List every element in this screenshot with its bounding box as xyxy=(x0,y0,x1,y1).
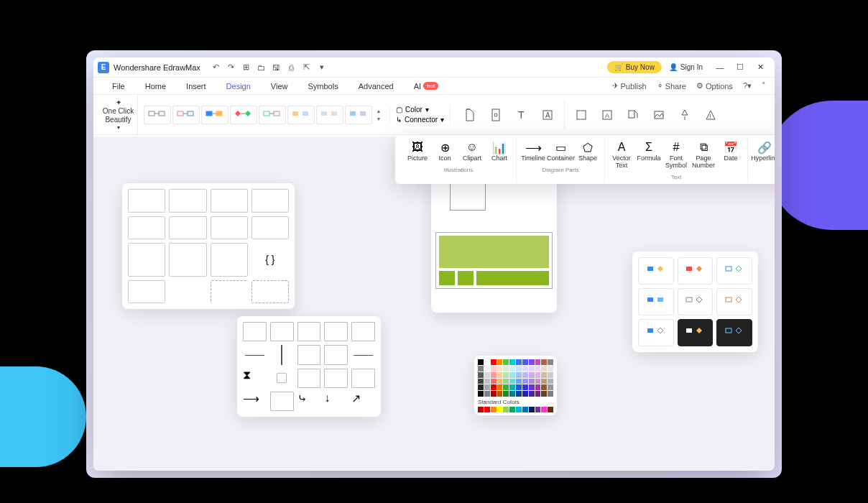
color-swatch[interactable] xyxy=(529,379,535,384)
publish-button[interactable]: ✈ Publish xyxy=(612,81,647,91)
color-swatch[interactable] xyxy=(529,372,535,378)
shape[interactable] xyxy=(351,322,375,341)
color-swatch[interactable] xyxy=(522,407,528,412)
color-swatch[interactable] xyxy=(503,391,509,397)
container-shape[interactable] xyxy=(169,243,206,277)
color-swatch[interactable] xyxy=(497,407,503,412)
color-swatch[interactable] xyxy=(484,366,490,372)
container-shape[interactable] xyxy=(211,243,248,277)
color-swatch[interactable] xyxy=(497,372,503,378)
shape[interactable]: ↗ xyxy=(351,392,375,411)
color-swatch[interactable] xyxy=(491,391,497,397)
color-swatch[interactable] xyxy=(484,359,490,365)
insert-chart[interactable]: 📊Chart xyxy=(486,138,513,165)
container-shape[interactable] xyxy=(251,189,289,213)
color-swatch[interactable] xyxy=(491,407,497,412)
color-swatch[interactable] xyxy=(522,366,528,372)
shape[interactable] xyxy=(281,345,283,364)
color-swatch[interactable] xyxy=(478,391,484,397)
color-swatch[interactable] xyxy=(522,379,528,384)
color-swatch[interactable] xyxy=(516,359,522,365)
color-swatch[interactable] xyxy=(548,372,553,378)
container-shape[interactable] xyxy=(128,280,165,304)
shape[interactable] xyxy=(270,322,294,341)
insert-page-number[interactable]: ⧉Page Number xyxy=(690,138,717,172)
collapse-ribbon-icon[interactable]: ˄ xyxy=(762,81,766,91)
color-swatch[interactable] xyxy=(497,379,503,384)
color-swatch[interactable] xyxy=(541,384,547,390)
color-swatch[interactable] xyxy=(509,359,515,365)
shape[interactable] xyxy=(270,392,294,411)
container-shape[interactable] xyxy=(128,189,165,213)
insert-formula[interactable]: ΣFormula xyxy=(635,138,662,172)
color-swatch[interactable] xyxy=(516,391,522,397)
shape[interactable]: ⤷ xyxy=(297,392,321,411)
share-button[interactable]: ⚬ Share xyxy=(657,81,686,91)
color-swatch[interactable] xyxy=(509,391,515,397)
shape[interactable] xyxy=(324,345,348,364)
shape[interactable] xyxy=(324,369,348,388)
color-swatch[interactable] xyxy=(503,384,509,390)
shape-outline-icon[interactable]: A xyxy=(595,101,619,129)
container-shape[interactable] xyxy=(211,216,248,240)
color-swatch[interactable] xyxy=(503,366,509,372)
text-icon[interactable]: T xyxy=(509,101,534,129)
maximize-button[interactable]: ☐ xyxy=(730,57,750,78)
close-button[interactable]: ✕ xyxy=(750,57,770,78)
color-swatch[interactable] xyxy=(509,384,515,390)
theme-thumb[interactable] xyxy=(638,288,674,315)
open-icon[interactable]: 🗀 xyxy=(254,60,269,75)
shape[interactable]: ⟶ xyxy=(243,392,267,411)
container-shape[interactable] xyxy=(169,216,206,240)
insert-vector-text[interactable]: AVector Text xyxy=(608,138,635,172)
color-swatch[interactable] xyxy=(478,372,484,378)
save-icon[interactable]: 🖫 xyxy=(269,60,284,75)
help-icon[interactable]: ?▾ xyxy=(743,81,752,91)
color-swatch[interactable] xyxy=(516,372,522,378)
color-swatch[interactable] xyxy=(535,407,541,412)
gallery-more-icon[interactable]: ▴▾ xyxy=(374,106,384,124)
color-swatch[interactable] xyxy=(484,391,490,397)
color-swatch[interactable] xyxy=(522,359,528,365)
theme-thumb[interactable] xyxy=(638,257,674,285)
color-swatch[interactable] xyxy=(548,366,553,372)
theme-thumb[interactable] xyxy=(716,319,752,346)
insert-timeline[interactable]: ⟶Timeline xyxy=(520,138,547,165)
tab-view[interactable]: View xyxy=(261,78,298,95)
tab-ai[interactable]: AIhot xyxy=(404,78,449,95)
shape[interactable] xyxy=(243,345,267,364)
color-swatch[interactable] xyxy=(522,384,528,390)
color-swatch[interactable] xyxy=(548,379,553,384)
insert-icon[interactable]: ⊕Icon xyxy=(431,138,458,165)
color-swatch[interactable] xyxy=(491,366,497,372)
canvas-area[interactable]: { } ⧗ ⟶⤷↓↗ Standard Colors xyxy=(93,137,775,471)
color-swatch[interactable] xyxy=(484,379,490,384)
color-swatch[interactable] xyxy=(497,359,503,365)
container-shape[interactable]: { } xyxy=(251,243,289,277)
color-swatch[interactable] xyxy=(478,407,484,412)
buy-now-button[interactable]: 🛒 Buy Now xyxy=(607,61,662,73)
insert-hyperlink[interactable]: 🔗Hyperlink xyxy=(751,138,775,172)
theme-style[interactable] xyxy=(201,106,228,124)
color-swatch[interactable] xyxy=(548,391,553,397)
shape[interactable] xyxy=(243,322,267,341)
layer-icon[interactable] xyxy=(569,101,594,129)
color-swatch[interactable] xyxy=(484,372,490,378)
shape[interactable]: ⧗ xyxy=(243,369,267,388)
color-swatch[interactable] xyxy=(491,359,497,365)
color-swatch[interactable] xyxy=(522,372,528,378)
insert-container[interactable]: ▭Container xyxy=(547,138,574,165)
shape[interactable] xyxy=(351,345,375,364)
color-swatch[interactable] xyxy=(541,372,547,378)
page-setup-icon[interactable] xyxy=(484,101,508,129)
more-icon[interactable]: ▾ xyxy=(315,60,329,75)
color-swatch[interactable] xyxy=(541,379,547,384)
insert-clipart[interactable]: ☺Clipart xyxy=(458,138,486,165)
theme-thumb[interactable] xyxy=(716,257,752,285)
tab-symbols[interactable]: Symbols xyxy=(298,78,348,95)
warning-icon[interactable]: ! xyxy=(698,101,723,129)
connector-dropdown[interactable]: ↳ Connector▾ xyxy=(396,116,444,124)
color-swatch[interactable] xyxy=(484,407,490,412)
color-swatch[interactable] xyxy=(478,379,484,384)
theme-style[interactable] xyxy=(172,106,200,124)
